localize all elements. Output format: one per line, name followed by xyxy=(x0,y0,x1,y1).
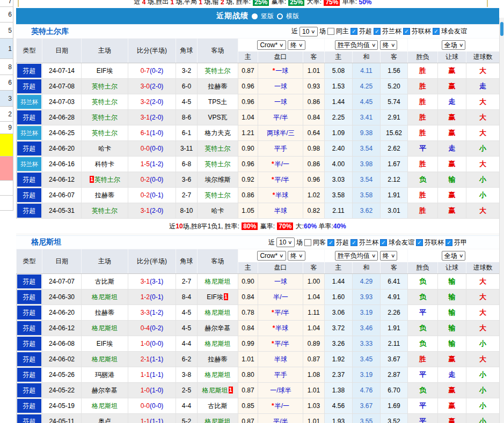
scope-select[interactable]: 全场∨ xyxy=(442,40,466,50)
away-team-name: 英特土尔 xyxy=(205,191,231,199)
stat-value: 40% xyxy=(333,222,346,230)
odds-time-select[interactable]: 终∨ xyxy=(288,251,305,261)
clipped-cell: 5 xyxy=(0,23,13,39)
odds-away-cell: 0.84 xyxy=(303,110,325,125)
avg-type-select[interactable]: 胜平负均值∨ xyxy=(335,40,378,50)
scrollbar-thumb[interactable] xyxy=(500,22,503,36)
subcol-odds-home: 主 xyxy=(238,51,258,63)
avg-time-select[interactable]: 终∨ xyxy=(380,40,398,50)
result-goals-cell: 小 xyxy=(466,172,500,188)
avg-type-value: 胜平负均值 xyxy=(338,41,370,49)
handicap-text: 两球半/三 xyxy=(267,129,294,137)
away-team-name: 格力夫克 xyxy=(205,129,231,137)
subcol-odds-home: 主 xyxy=(238,262,258,274)
odds-away-cell: 1.11 xyxy=(303,305,325,321)
league-checkbox[interactable]: ✓ xyxy=(433,28,440,35)
clipped-cell: 6 xyxy=(0,6,13,23)
matches-count-select[interactable]: 10∨ xyxy=(300,27,318,36)
league-checkbox[interactable]: ✓ xyxy=(416,239,423,246)
result-handicap-cell: 赢 xyxy=(438,398,466,414)
league-checkbox[interactable]: ✓ xyxy=(350,239,357,246)
same-venue-checkbox[interactable] xyxy=(304,239,311,246)
halftime-score: (1-1) xyxy=(150,371,163,379)
score-cell: 0-2(0-0) xyxy=(128,172,176,188)
avg-draw-cell: 9.38 xyxy=(353,125,381,141)
date-cell: 24-06-30 xyxy=(42,290,82,305)
avg-time-value: 终 xyxy=(383,252,389,259)
handicap-text: 平/半 xyxy=(273,418,288,423)
section-header-team2: 格尼斯坦 近10∨场同客✓芬超✓芬兰杯✓球会友谊✓芬联杯✓芬甲 xyxy=(16,235,499,249)
avg-time-select[interactable]: 终∨ xyxy=(380,251,398,261)
league-checkbox[interactable]: ✓ xyxy=(327,239,334,246)
corner-cell: 6-1 xyxy=(176,125,198,141)
league-type-cell: 芬超 xyxy=(17,172,42,188)
vertical-layout-label[interactable]: 竖版 xyxy=(261,12,274,21)
matches-count-select[interactable]: 10∨ xyxy=(276,238,295,247)
away-team-cell: 格尼斯坦 xyxy=(198,336,238,352)
fulltime-score: 1-1 xyxy=(141,371,150,379)
league-type-cell: 芬超 xyxy=(17,188,42,203)
home-team-name: 玛丽港 xyxy=(95,371,114,379)
rate-badge: 80% xyxy=(242,222,258,230)
date-cell: 24-07-14 xyxy=(42,63,82,79)
vertical-scrollbar[interactable] xyxy=(499,18,504,423)
home-team-cell: 赫尔辛基 xyxy=(82,383,128,398)
avg-draw-cell: 3.54 xyxy=(353,141,381,157)
handicap-cell: 半/一 xyxy=(258,290,303,305)
match-row: 芬超 24-05-26 玛丽港 1-1(1-1) 3-8 格尼斯坦 0.80 平… xyxy=(17,367,500,383)
away-team-name: 拉赫蒂 xyxy=(208,83,228,90)
odds-company-select[interactable]: Crow*∨ xyxy=(257,40,286,50)
away-team-cell: 英特土尔 xyxy=(198,141,238,157)
avg-home-cell: 3.58 xyxy=(325,188,353,203)
league-checkbox[interactable]: ✓ xyxy=(445,239,452,246)
odds-company-select[interactable]: Crow*∨ xyxy=(257,251,286,261)
horizontal-layout-radio[interactable] xyxy=(277,13,283,19)
handicap-star: * xyxy=(273,324,275,332)
team-name: 格尼斯坦 xyxy=(31,238,61,247)
fulltime-score: 3-0 xyxy=(141,83,150,90)
avg-draw-cell: 4.76 xyxy=(353,383,381,398)
league-badge: 芬超 xyxy=(17,383,41,397)
league-checkbox[interactable]: ✓ xyxy=(350,28,357,35)
subcol-result-handicap: 让球 xyxy=(438,51,466,63)
avg-type-select[interactable]: 胜平负均值∨ xyxy=(335,251,378,261)
avg-away-cell: 6.70 xyxy=(381,383,408,398)
section-header-team1: 英特土尔库 近10∨场同主✓芬超✓芬兰杯✓芬联杯✓球会友谊 xyxy=(16,24,499,38)
match-row: 芬超 24-05-22 赫尔辛基 1-0(1-0) 2-5 格尼斯坦1 0.87… xyxy=(17,383,500,398)
league-badge: 芬兰杯 xyxy=(17,126,41,140)
chevron-down-icon: ∨ xyxy=(279,252,284,259)
home-team-name: 格尼斯坦 xyxy=(92,324,118,332)
odds-time-select[interactable]: 终∨ xyxy=(288,40,305,50)
avg-home-cell: 3.03 xyxy=(325,172,353,188)
handicap-text: 一球 xyxy=(275,67,288,75)
league-checkbox[interactable]: ✓ xyxy=(374,28,381,35)
match-row: 芬超 24-06-12 1英特土尔 0-2(0-0) 3-6 埃尔维斯 0.92… xyxy=(17,172,500,188)
horizontal-layout-label[interactable]: 横版 xyxy=(286,12,299,21)
vertical-layout-radio[interactable] xyxy=(252,13,258,19)
result-wdl-cell: 胜 xyxy=(408,125,438,141)
odds-away-cell: 0.89 xyxy=(303,336,325,352)
result-goals-cell: 小 xyxy=(466,398,500,414)
date-cell: 24-05-26 xyxy=(42,367,82,383)
scope-select[interactable]: 全场∨ xyxy=(442,251,466,261)
avg-away-cell: 3.52 xyxy=(381,414,408,423)
halftime-score: (1-0) xyxy=(150,129,163,137)
date-cell: 24-07-03 xyxy=(42,94,82,110)
subcol-avg-draw: 和 xyxy=(353,262,381,274)
league-checkbox[interactable]: ✓ xyxy=(403,28,410,35)
odds-away-cell: 0.98 xyxy=(303,141,325,157)
matches-count-value: 10 xyxy=(302,28,309,35)
halftime-score: (2-0) xyxy=(150,98,163,106)
league-badge: 芬超 xyxy=(17,64,41,78)
odds-away-cell: 0.93 xyxy=(303,79,325,94)
clipped-cell xyxy=(0,134,13,157)
handicap-text: 一球 xyxy=(274,278,287,285)
avg-draw-cell: 3.45 xyxy=(353,352,381,367)
rate-badge: 25% xyxy=(253,0,269,6)
handicap-cell: *平/半 xyxy=(258,305,303,321)
score-cell: 1-5(1-2) xyxy=(128,157,176,172)
avg-draw-cell: 3.58 xyxy=(353,188,381,203)
league-checkbox[interactable]: ✓ xyxy=(380,239,387,246)
same-venue-checkbox[interactable] xyxy=(327,28,334,35)
away-team-name: 格尼斯坦 xyxy=(205,418,231,423)
